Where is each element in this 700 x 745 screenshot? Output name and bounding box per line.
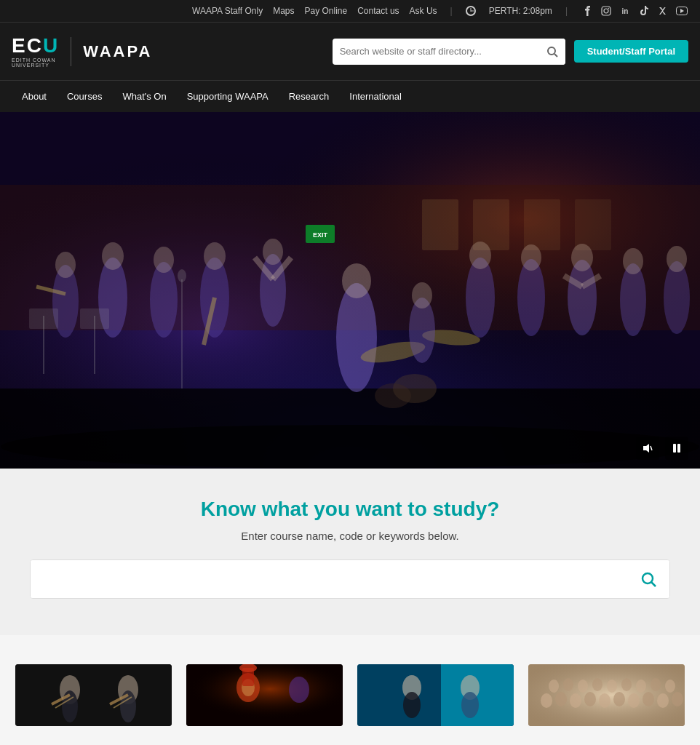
facebook-icon[interactable] xyxy=(581,4,594,17)
youtube-icon[interactable] xyxy=(675,4,688,17)
nav-item-about[interactable]: About xyxy=(12,82,57,111)
svg-point-34 xyxy=(342,263,371,298)
location-time: PERTH: 2:08pm xyxy=(489,6,552,16)
svg-point-106 xyxy=(636,680,646,693)
mute-button[interactable] xyxy=(636,437,659,460)
course-search-subtitle: Enter course name, code or keywords belo… xyxy=(15,530,685,542)
portal-button[interactable]: Student/Staff Portal xyxy=(574,40,688,63)
bottom-section xyxy=(0,635,700,745)
header: ECU EDITH COWANUNIVERSITY WAAPA Student/… xyxy=(0,22,700,80)
svg-point-92 xyxy=(570,693,581,708)
maps-link[interactable]: Maps xyxy=(273,6,294,16)
photo-card-group[interactable] xyxy=(528,664,685,726)
svg-rect-62 xyxy=(673,444,676,453)
svg-point-20 xyxy=(55,252,76,278)
svg-point-97 xyxy=(643,692,654,706)
svg-marker-4 xyxy=(680,9,684,13)
svg-point-85 xyxy=(403,692,421,718)
svg-point-99 xyxy=(672,692,683,706)
ecu-subtitle: EDITH COWANUNIVERSITY xyxy=(12,57,59,68)
svg-point-30 xyxy=(263,239,283,265)
clock-icon xyxy=(466,6,476,16)
ecu-u-letter: U xyxy=(43,34,59,57)
contact-us-link[interactable]: Contact us xyxy=(357,6,399,16)
svg-point-50 xyxy=(623,248,643,274)
instagram-icon[interactable] xyxy=(600,4,613,17)
svg-point-100 xyxy=(549,680,559,693)
svg-point-94 xyxy=(599,693,610,708)
divider-2: | xyxy=(565,6,568,16)
svg-point-108 xyxy=(665,680,675,693)
svg-rect-76 xyxy=(186,664,343,726)
svg-point-23 xyxy=(102,242,124,270)
logo-divider xyxy=(71,37,71,66)
divider: | xyxy=(450,6,453,16)
svg-point-102 xyxy=(578,680,588,693)
svg-point-1 xyxy=(604,9,608,13)
nav-item-research[interactable]: Research xyxy=(279,82,340,111)
band-scene-svg: EXIT xyxy=(0,112,700,469)
svg-point-87 xyxy=(461,692,479,718)
svg-point-101 xyxy=(563,678,573,691)
nav-bar: About Courses What's On Supporting WAAPA… xyxy=(0,80,700,112)
svg-marker-60 xyxy=(643,444,649,453)
svg-point-33 xyxy=(336,283,377,392)
svg-rect-56 xyxy=(80,308,109,329)
header-right: Student/Staff Portal xyxy=(333,39,688,65)
presenter-svg xyxy=(357,664,514,726)
course-search-section: Know what you want to study? Enter cours… xyxy=(0,469,700,635)
svg-point-91 xyxy=(555,692,567,706)
svg-point-58 xyxy=(178,269,186,282)
svg-rect-15 xyxy=(575,199,611,250)
svg-rect-12 xyxy=(422,199,458,250)
nav-item-whats-on[interactable]: What's On xyxy=(112,82,176,111)
course-search-button[interactable] xyxy=(627,560,669,598)
svg-point-24 xyxy=(150,262,178,338)
svg-point-42 xyxy=(469,242,491,269)
svg-line-61 xyxy=(651,446,652,450)
svg-point-38 xyxy=(375,383,411,408)
course-search-bar xyxy=(30,559,670,599)
svg-line-65 xyxy=(651,582,656,586)
photo-presenter-inner xyxy=(357,664,514,726)
hero-video: EXIT xyxy=(0,112,700,469)
svg-point-52 xyxy=(667,246,687,272)
tiktok-icon[interactable] xyxy=(637,4,651,17)
staff-only-link[interactable]: WAAPA Staff Only xyxy=(192,6,263,16)
ask-us-link[interactable]: Ask Us xyxy=(410,6,437,16)
svg-point-44 xyxy=(521,244,541,271)
svg-point-46 xyxy=(571,244,593,271)
waapa-title[interactable]: WAAPA xyxy=(83,42,152,61)
svg-point-103 xyxy=(592,678,602,691)
x-twitter-icon[interactable] xyxy=(656,4,669,17)
svg-point-98 xyxy=(657,693,669,708)
pay-online-link[interactable]: Pay Online xyxy=(305,6,348,16)
pause-button[interactable] xyxy=(665,437,688,460)
svg-point-59 xyxy=(1,425,699,469)
svg-point-64 xyxy=(643,573,653,583)
svg-point-90 xyxy=(541,693,552,708)
ecu-logo[interactable]: ECU EDITH COWANUNIVERSITY xyxy=(12,36,59,68)
linkedin-icon[interactable]: in xyxy=(619,4,632,17)
svg-point-27 xyxy=(204,242,226,270)
photo-card-violin[interactable] xyxy=(15,664,172,726)
photo-grid xyxy=(15,664,685,726)
nav-item-courses[interactable]: Courses xyxy=(57,82,112,111)
ecu-text: ECU xyxy=(12,36,59,56)
header-search-input[interactable] xyxy=(333,46,539,57)
video-controls xyxy=(636,437,688,460)
header-search-button[interactable] xyxy=(539,39,565,65)
svg-point-96 xyxy=(628,693,640,708)
logo-area: ECU EDITH COWANUNIVERSITY WAAPA xyxy=(12,36,152,68)
course-search-input[interactable] xyxy=(31,560,627,598)
photo-card-theatre[interactable] xyxy=(186,664,343,726)
nav-item-international[interactable]: International xyxy=(339,82,412,111)
nav-item-supporting-waapa[interactable]: Supporting WAAPA xyxy=(177,82,279,111)
svg-point-107 xyxy=(651,678,661,691)
photo-theatre-inner xyxy=(186,664,343,726)
photo-card-presenter[interactable] xyxy=(357,664,514,726)
course-search-title: Know what you want to study? xyxy=(15,498,685,521)
svg-rect-14 xyxy=(524,199,560,250)
svg-point-41 xyxy=(466,258,495,338)
photo-violin-inner xyxy=(15,664,172,726)
